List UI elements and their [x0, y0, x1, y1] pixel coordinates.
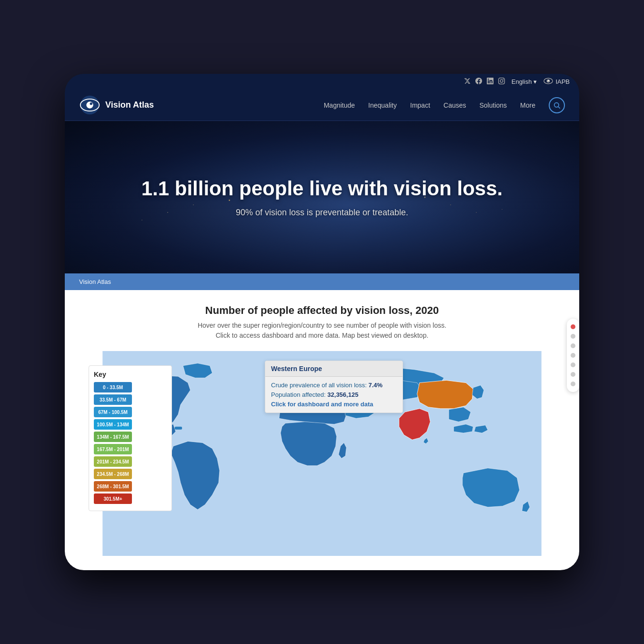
section-subtitle: Hover over the super region/region/count…	[84, 322, 560, 329]
main-content: Number of people affected by vision loss…	[65, 290, 579, 570]
iapb-label: IAPB	[555, 78, 570, 85]
scroll-dots-panel	[567, 319, 579, 392]
svg-point-5	[86, 101, 93, 108]
legend-item-9: 268M - 301.5M	[94, 481, 167, 492]
hero-title: 1.1 billion people live with vision loss…	[141, 177, 503, 200]
twitter-icon[interactable]	[464, 78, 471, 86]
scroll-dot-4[interactable]	[571, 353, 575, 358]
scroll-dot-6[interactable]	[571, 372, 575, 377]
tooltip-dashboard-link[interactable]: Click for dashboard and more data	[271, 401, 397, 408]
population-label: Population affected:	[271, 391, 326, 398]
svg-line-8	[558, 107, 560, 109]
nav-solutions[interactable]: Solutions	[480, 101, 507, 109]
breadcrumb-bar: Vision Atlas	[65, 273, 579, 290]
tooltip-region: Western Europe	[265, 361, 402, 377]
legend-item-2: 33.5M - 67M	[94, 394, 167, 405]
hero: 1.1 billion people live with vision loss…	[65, 121, 579, 273]
svg-rect-10	[175, 427, 182, 430]
prevalence-label: Crude prevalence of all vision loss:	[271, 382, 367, 389]
legend-color-1: 0 - 33.5M	[94, 382, 132, 392]
section-note: Click to access dashboard and more data.…	[84, 332, 560, 339]
legend-color-8: 234.5M - 268M	[94, 469, 132, 479]
svg-point-2	[548, 80, 550, 81]
scroll-dot-1[interactable]	[571, 324, 575, 329]
linkedin-icon[interactable]	[487, 78, 493, 86]
legend-item-4: 100.5M - 134M	[94, 419, 167, 430]
hero-content: 1.1 billion people live with vision loss…	[141, 177, 503, 218]
legend-title: Key	[94, 371, 167, 378]
prevalence-value: 7.4%	[369, 382, 383, 389]
svg-point-6	[90, 102, 92, 105]
instagram-icon[interactable]	[498, 78, 505, 86]
device-frame: English ▾ IAPB Vision Atlas	[65, 74, 579, 570]
hero-subtitle: 90% of vision loss is preventable or tre…	[141, 208, 503, 218]
iapb-link[interactable]: IAPB	[543, 78, 570, 86]
tooltip-population: Population affected: 32,356,125	[271, 391, 397, 398]
svg-point-1	[547, 80, 550, 83]
top-bar: English ▾ IAPB	[65, 74, 579, 90]
logo-text: Vision Atlas	[105, 100, 154, 110]
legend-color-9: 268M - 301.5M	[94, 481, 132, 492]
legend-item-3: 67M - 100.5M	[94, 407, 167, 417]
nav-links: Magnitude Inequality Impact Causes Solut…	[324, 97, 565, 113]
legend-item-6: 167.5M - 201M	[94, 444, 167, 454]
facebook-icon[interactable]	[475, 78, 482, 86]
language-arrow: ▾	[533, 78, 537, 85]
scroll-dot-7[interactable]	[571, 382, 575, 386]
scroll-dot-5[interactable]	[571, 362, 575, 367]
legend-color-6: 167.5M - 201M	[94, 444, 132, 454]
legend-color-5: 134M - 167.5M	[94, 432, 132, 442]
breadcrumb[interactable]: Vision Atlas	[79, 278, 111, 285]
nav-impact[interactable]: Impact	[410, 101, 430, 109]
language-selector[interactable]: English ▾	[512, 78, 537, 85]
scroll-dot-2[interactable]	[571, 334, 575, 339]
logo[interactable]: Vision Atlas	[79, 94, 154, 116]
search-button[interactable]	[549, 97, 565, 113]
legend-item-5: 134M - 167.5M	[94, 432, 167, 442]
nav-inequality[interactable]: Inequality	[368, 101, 397, 109]
legend-key: Key 0 - 33.5M 33.5M - 67M 67M - 100.5M 1…	[89, 365, 172, 511]
legend-color-10: 301.5M+	[94, 493, 132, 504]
tooltip-body: Crude prevalence of all vision loss: 7.4…	[265, 377, 402, 413]
section-title: Number of people affected by vision loss…	[84, 304, 560, 317]
tooltip-prevalence: Crude prevalence of all vision loss: 7.4…	[271, 382, 397, 389]
legend-item-10: 301.5M+	[94, 493, 167, 504]
svg-point-7	[554, 102, 559, 107]
legend-item-7: 201M - 234.5M	[94, 456, 167, 467]
region-tooltip: Western Europe Crude prevalence of all v…	[265, 361, 403, 413]
nav-magnitude[interactable]: Magnitude	[324, 101, 355, 109]
legend-item-1: 0 - 33.5M	[94, 382, 167, 392]
logo-icon	[79, 94, 101, 116]
legend-color-4: 100.5M - 134M	[94, 419, 132, 430]
legend-color-7: 201M - 234.5M	[94, 456, 132, 467]
nav-causes[interactable]: Causes	[443, 101, 466, 109]
legend-color-3: 67M - 100.5M	[94, 407, 132, 417]
social-icons	[464, 78, 505, 86]
eye-icon	[543, 78, 553, 86]
language-label: English	[512, 78, 532, 85]
navbar: Vision Atlas Magnitude Inequality Impact…	[65, 90, 579, 121]
legend-item-8: 234.5M - 268M	[94, 469, 167, 479]
map-container[interactable]: Key 0 - 33.5M 33.5M - 67M 67M - 100.5M 1…	[84, 351, 560, 556]
nav-more[interactable]: More	[520, 101, 535, 109]
scroll-dot-3[interactable]	[571, 343, 575, 348]
legend-color-2: 33.5M - 67M	[94, 394, 132, 405]
population-value: 32,356,125	[327, 391, 358, 398]
